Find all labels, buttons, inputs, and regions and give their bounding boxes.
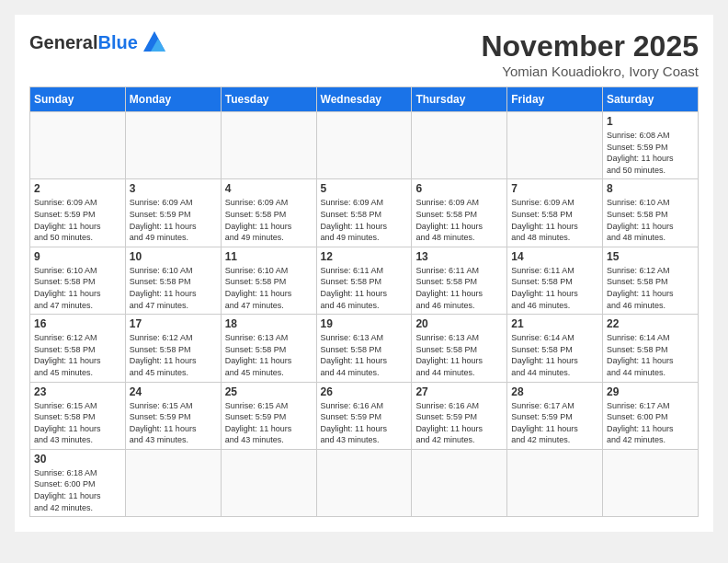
table-row xyxy=(412,449,507,516)
day-number: 21 xyxy=(511,317,598,330)
logo-blue: Blue xyxy=(97,32,137,53)
header-sunday: Sunday xyxy=(30,87,126,112)
table-row: 5Sunrise: 6:09 AM Sunset: 5:58 PM Daylig… xyxy=(316,179,412,247)
logo-icon xyxy=(142,29,167,55)
day-number: 29 xyxy=(607,385,694,398)
day-number: 16 xyxy=(34,317,121,330)
day-info: Sunrise: 6:09 AM Sunset: 5:58 PM Dayligh… xyxy=(511,197,598,243)
day-number: 11 xyxy=(225,250,313,263)
table-row xyxy=(603,449,699,516)
day-info: Sunrise: 6:09 AM Sunset: 5:58 PM Dayligh… xyxy=(225,197,313,243)
title-area: November 2025 Yomian Kouadiokro, Ivory C… xyxy=(481,29,699,79)
table-row: 15Sunrise: 6:12 AM Sunset: 5:58 PM Dayli… xyxy=(603,247,699,314)
day-number: 3 xyxy=(130,182,217,195)
day-number: 14 xyxy=(511,250,598,263)
table-row xyxy=(30,112,126,179)
day-info: Sunrise: 6:11 AM Sunset: 5:58 PM Dayligh… xyxy=(415,265,503,311)
calendar-week-row: 1Sunrise: 6:08 AM Sunset: 5:59 PM Daylig… xyxy=(30,112,699,179)
day-number: 9 xyxy=(34,250,121,263)
calendar-table: Sunday Monday Tuesday Wednesday Thursday… xyxy=(29,86,699,517)
day-info: Sunrise: 6:10 AM Sunset: 5:58 PM Dayligh… xyxy=(607,197,694,243)
day-info: Sunrise: 6:09 AM Sunset: 5:58 PM Dayligh… xyxy=(415,197,503,243)
table-row: 6Sunrise: 6:09 AM Sunset: 5:58 PM Daylig… xyxy=(412,179,507,247)
location: Yomian Kouadiokro, Ivory Coast xyxy=(481,63,699,79)
table-row: 17Sunrise: 6:12 AM Sunset: 5:58 PM Dayli… xyxy=(125,315,221,382)
day-number: 10 xyxy=(130,250,217,263)
day-info: Sunrise: 6:15 AM Sunset: 5:58 PM Dayligh… xyxy=(34,400,121,446)
table-row: 16Sunrise: 6:12 AM Sunset: 5:58 PM Dayli… xyxy=(30,315,126,382)
calendar-week-row: 9Sunrise: 6:10 AM Sunset: 5:58 PM Daylig… xyxy=(30,247,699,314)
calendar-page: General Blue November 2025 Yomian Kouadi… xyxy=(15,15,713,532)
day-info: Sunrise: 6:12 AM Sunset: 5:58 PM Dayligh… xyxy=(607,265,694,311)
day-number: 20 xyxy=(415,317,503,330)
day-number: 5 xyxy=(321,182,408,195)
calendar-week-row: 2Sunrise: 6:09 AM Sunset: 5:59 PM Daylig… xyxy=(30,179,699,247)
day-info: Sunrise: 6:15 AM Sunset: 5:59 PM Dayligh… xyxy=(130,400,217,446)
calendar-header-row: Sunday Monday Tuesday Wednesday Thursday… xyxy=(30,87,699,112)
day-info: Sunrise: 6:18 AM Sunset: 6:00 PM Dayligh… xyxy=(34,467,121,513)
day-number: 15 xyxy=(607,250,694,263)
day-info: Sunrise: 6:09 AM Sunset: 5:58 PM Dayligh… xyxy=(321,197,408,243)
day-info: Sunrise: 6:10 AM Sunset: 5:58 PM Dayligh… xyxy=(130,265,217,311)
day-number: 8 xyxy=(607,182,694,195)
table-row: 28Sunrise: 6:17 AM Sunset: 5:59 PM Dayli… xyxy=(507,382,603,449)
table-row: 1Sunrise: 6:08 AM Sunset: 5:59 PM Daylig… xyxy=(603,112,699,179)
table-row: 9Sunrise: 6:10 AM Sunset: 5:58 PM Daylig… xyxy=(30,247,126,314)
day-info: Sunrise: 6:14 AM Sunset: 5:58 PM Dayligh… xyxy=(607,332,694,378)
table-row: 12Sunrise: 6:11 AM Sunset: 5:58 PM Dayli… xyxy=(316,247,412,314)
day-info: Sunrise: 6:13 AM Sunset: 5:58 PM Dayligh… xyxy=(415,332,503,378)
table-row: 18Sunrise: 6:13 AM Sunset: 5:58 PM Dayli… xyxy=(221,315,316,382)
calendar-week-row: 16Sunrise: 6:12 AM Sunset: 5:58 PM Dayli… xyxy=(30,315,699,382)
day-number: 23 xyxy=(34,385,121,398)
day-info: Sunrise: 6:17 AM Sunset: 6:00 PM Dayligh… xyxy=(607,400,694,446)
day-info: Sunrise: 6:13 AM Sunset: 5:58 PM Dayligh… xyxy=(321,332,408,378)
day-info: Sunrise: 6:12 AM Sunset: 5:58 PM Dayligh… xyxy=(34,332,121,378)
table-row: 10Sunrise: 6:10 AM Sunset: 5:58 PM Dayli… xyxy=(125,247,221,314)
day-number: 24 xyxy=(130,385,217,398)
logo-general: General xyxy=(29,32,97,53)
table-row: 8Sunrise: 6:10 AM Sunset: 5:58 PM Daylig… xyxy=(603,179,699,247)
table-row xyxy=(125,449,221,516)
table-row: 22Sunrise: 6:14 AM Sunset: 5:58 PM Dayli… xyxy=(603,315,699,382)
day-number: 4 xyxy=(225,182,313,195)
table-row: 4Sunrise: 6:09 AM Sunset: 5:58 PM Daylig… xyxy=(221,179,316,247)
calendar-week-row: 23Sunrise: 6:15 AM Sunset: 5:58 PM Dayli… xyxy=(30,382,699,449)
day-number: 6 xyxy=(415,182,503,195)
day-info: Sunrise: 6:13 AM Sunset: 5:58 PM Dayligh… xyxy=(225,332,313,378)
table-row xyxy=(507,449,603,516)
table-row xyxy=(316,449,412,516)
day-number: 12 xyxy=(321,250,408,263)
day-info: Sunrise: 6:12 AM Sunset: 5:58 PM Dayligh… xyxy=(130,332,217,378)
table-row: 13Sunrise: 6:11 AM Sunset: 5:58 PM Dayli… xyxy=(412,247,507,314)
header-thursday: Thursday xyxy=(412,87,507,112)
table-row: 24Sunrise: 6:15 AM Sunset: 5:59 PM Dayli… xyxy=(125,382,221,449)
table-row: 29Sunrise: 6:17 AM Sunset: 6:00 PM Dayli… xyxy=(603,382,699,449)
day-number: 19 xyxy=(321,317,408,330)
table-row: 2Sunrise: 6:09 AM Sunset: 5:59 PM Daylig… xyxy=(30,179,126,247)
day-number: 2 xyxy=(34,182,121,195)
day-number: 13 xyxy=(415,250,503,263)
table-row: 11Sunrise: 6:10 AM Sunset: 5:58 PM Dayli… xyxy=(221,247,316,314)
day-number: 25 xyxy=(225,385,313,398)
header-saturday: Saturday xyxy=(603,87,699,112)
day-number: 18 xyxy=(225,317,313,330)
day-number: 7 xyxy=(511,182,598,195)
table-row: 21Sunrise: 6:14 AM Sunset: 5:58 PM Dayli… xyxy=(507,315,603,382)
day-number: 30 xyxy=(34,453,121,465)
day-info: Sunrise: 6:09 AM Sunset: 5:59 PM Dayligh… xyxy=(34,197,121,243)
table-row: 19Sunrise: 6:13 AM Sunset: 5:58 PM Dayli… xyxy=(316,315,412,382)
day-info: Sunrise: 6:08 AM Sunset: 5:59 PM Dayligh… xyxy=(607,130,694,176)
table-row: 30Sunrise: 6:18 AM Sunset: 6:00 PM Dayli… xyxy=(30,449,126,516)
day-info: Sunrise: 6:09 AM Sunset: 5:59 PM Dayligh… xyxy=(130,197,217,243)
table-row xyxy=(221,449,316,516)
table-row: 23Sunrise: 6:15 AM Sunset: 5:58 PM Dayli… xyxy=(30,382,126,449)
table-row xyxy=(316,112,412,179)
day-info: Sunrise: 6:16 AM Sunset: 5:59 PM Dayligh… xyxy=(321,400,408,446)
day-info: Sunrise: 6:15 AM Sunset: 5:59 PM Dayligh… xyxy=(225,400,313,446)
logo: General Blue xyxy=(29,29,167,55)
day-info: Sunrise: 6:11 AM Sunset: 5:58 PM Dayligh… xyxy=(321,265,408,311)
table-row xyxy=(221,112,316,179)
day-number: 27 xyxy=(415,385,503,398)
table-row: 20Sunrise: 6:13 AM Sunset: 5:58 PM Dayli… xyxy=(412,315,507,382)
table-row: 7Sunrise: 6:09 AM Sunset: 5:58 PM Daylig… xyxy=(507,179,603,247)
